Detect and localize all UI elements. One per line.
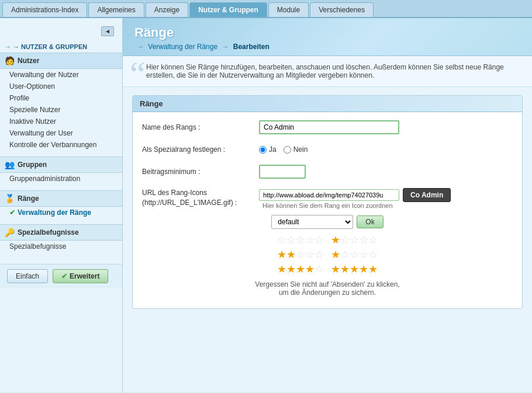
- star-3-1-1: ★: [277, 263, 286, 276]
- star-2-1-1: ★: [277, 248, 286, 261]
- sidebar-item-gruppenadministration[interactable]: Gruppenadministration: [0, 173, 122, 185]
- sidebar-collapse-btn[interactable]: ◄: [101, 26, 114, 36]
- star-1-2-5: ☆: [368, 234, 378, 246]
- beitrags-label: Beitragsminimum :: [142, 168, 259, 176]
- raenge-icon: 🏅: [5, 194, 15, 203]
- tab-module[interactable]: Module: [268, 2, 309, 17]
- gruppen-icon: 👥: [5, 160, 15, 169]
- stars-row-2: ★ ★ ☆ ☆ ☆ ★ ☆ ☆ ☆ ☆: [142, 248, 513, 261]
- sidebar-raenge-header: 🏅 Ränge: [0, 190, 122, 207]
- breadcrumb-step1[interactable]: Verwaltung der Ränge: [148, 43, 217, 51]
- stars-group-3-1: ★ ★ ★ ★ ☆: [277, 263, 324, 276]
- sidebar-item-spezielle-nutzer[interactable]: Spezielle Nutzer: [0, 104, 122, 116]
- spezialrang-label: Als Spezialrang festlegen :: [142, 145, 259, 154]
- sidebar-item-spezialbefugnisse[interactable]: Spezialbefugnisse: [0, 241, 122, 252]
- tab-anzeige[interactable]: Anzeige: [146, 2, 188, 17]
- star-1-2-3: ☆: [350, 234, 359, 246]
- url-input[interactable]: [259, 189, 399, 201]
- star-2-2-2: ☆: [340, 248, 350, 261]
- tab-nutzer-gruppen[interactable]: Nutzer & Gruppen: [189, 2, 267, 17]
- stars-row-1: ☆ ☆ ☆ ☆ ☆ ★ ☆ ☆ ☆ ☆: [142, 234, 513, 246]
- beitrags-input[interactable]: [259, 165, 306, 179]
- spezialrang-row: Als Spezialrang festlegen : Ja Nein: [142, 141, 513, 158]
- star-1-2-4: ☆: [359, 234, 368, 246]
- star-3-2-1: ★: [331, 263, 340, 276]
- star-2-2-5: ☆: [368, 248, 378, 261]
- star-2-1-5: ☆: [315, 248, 324, 261]
- radio-ja-label[interactable]: Ja: [259, 145, 277, 154]
- url-row: URL des Rang-Icons(http://URL_DE_L'IMAGE…: [142, 186, 513, 209]
- bottom-note-line1: Vergessen Sie nicht auf 'Absenden' zu kl…: [142, 280, 513, 288]
- star-1-1-2: ☆: [286, 234, 296, 246]
- sidebar-spezialbefugnisse-header: 🔑 Spezialbefugnisse: [0, 224, 122, 241]
- ok-button[interactable]: Ok: [357, 215, 383, 228]
- star-3-2-3: ★: [350, 263, 359, 276]
- star-3-2-4: ★: [359, 263, 368, 276]
- sidebar-gruppen-header: 👥 Gruppen: [0, 156, 122, 173]
- stars-group-1-2: ★ ☆ ☆ ☆ ☆: [331, 234, 378, 246]
- form-body: Name des Rangs : Als Spezialrang festleg…: [133, 112, 522, 308]
- erweitert-button[interactable]: ✔Erweitert: [53, 269, 108, 283]
- url-field: Co Admin Hier können Sie dem Rang ein Ic…: [259, 188, 513, 209]
- star-select[interactable]: default: [271, 215, 353, 229]
- star-3-1-3: ★: [296, 263, 305, 276]
- star-1-1-5: ☆: [315, 234, 324, 246]
- sidebar-section-nutzer: → → NUTZER & GRUPPEN 🧑 Nutzer Verwaltung…: [0, 41, 122, 151]
- top-navigation: Administrations-Index Allgemeines Anzeig…: [0, 0, 532, 18]
- star-3-1-2: ★: [286, 263, 296, 276]
- star-3-2-2: ★: [340, 263, 350, 276]
- radio-nein[interactable]: [284, 146, 291, 154]
- url-hint: Hier können Sie dem Rang ein Icon zuordn…: [262, 202, 513, 209]
- radio-ja[interactable]: [259, 146, 267, 154]
- beitrags-field: [259, 165, 513, 179]
- spezialbefugnisse-icon: 🔑: [5, 228, 15, 237]
- sidebar-section-raenge: 🏅 Ränge ✔Verwaltung der Ränge: [0, 190, 122, 218]
- erweitert-check-icon: ✔: [61, 272, 67, 280]
- form-section-title: Ränge: [133, 96, 522, 112]
- sidebar-section-gruppen: 👥 Gruppen Gruppenadministration: [0, 156, 122, 185]
- form-section: Ränge Name des Rangs : Als Spezialrang f…: [132, 95, 523, 309]
- sidebar-item-kontrolle-verbannungen[interactable]: Kontrolle der Verbannungen: [0, 139, 122, 151]
- bottom-note: Vergessen Sie nicht auf 'Absenden' zu kl…: [142, 280, 513, 297]
- stars-group-1-1: ☆ ☆ ☆ ☆ ☆: [277, 234, 324, 246]
- star-2-1-4: ☆: [305, 248, 315, 261]
- name-input[interactable]: [259, 120, 399, 134]
- sidebar-nutzer-arrow: → → NUTZER & GRUPPEN: [0, 41, 122, 53]
- select-ok-row: default Ok: [142, 215, 513, 229]
- content-area: Ränge → Verwaltung der Ränge → Bearbeite…: [123, 18, 532, 392]
- sidebar-item-verwaltung-raenge[interactable]: ✔Verwaltung der Ränge: [0, 207, 122, 218]
- sidebar-item-inaktive-nutzer[interactable]: Inaktive Nutzer: [0, 116, 122, 127]
- name-field: [259, 120, 513, 134]
- tab-allgemeines[interactable]: Allgemeines: [88, 2, 144, 17]
- star-2-1-2: ★: [286, 248, 296, 261]
- bottom-note-line2: um die Änderungen zu sichern.: [142, 288, 513, 297]
- breadcrumb-arrow2: →: [222, 43, 229, 51]
- name-row: Name des Rangs :: [142, 119, 513, 135]
- sidebar-item-verwaltung-nutzer[interactable]: Verwaltung der Nutzer: [0, 69, 122, 81]
- stars-group-2-1: ★ ★ ☆ ☆ ☆: [277, 248, 324, 261]
- url-input-row: Co Admin: [259, 188, 513, 202]
- page-header: Ränge → Verwaltung der Ränge → Bearbeite…: [123, 18, 532, 56]
- spezialrang-field: Ja Nein: [259, 145, 513, 154]
- url-preview-button[interactable]: Co Admin: [403, 188, 451, 202]
- sidebar-nutzer-section-header: 🧑 Nutzer: [0, 53, 122, 69]
- sidebar-item-profile[interactable]: Profile: [0, 92, 122, 104]
- mode-toolbar: Einfach ✔Erweitert: [0, 264, 122, 288]
- checkmark-icon: ✔: [9, 208, 15, 217]
- tab-administrations-index[interactable]: Administrations-Index: [2, 2, 87, 17]
- page-title: Ränge: [134, 25, 520, 40]
- radio-nein-label[interactable]: Nein: [284, 145, 308, 154]
- star-2-2-1: ★: [331, 248, 340, 261]
- star-3-1-5: ☆: [315, 263, 324, 276]
- sidebar-item-verwaltung-user[interactable]: Verwaltung der User: [0, 127, 122, 139]
- star-2-2-3: ☆: [350, 248, 359, 261]
- sidebar: ◄ → → NUTZER & GRUPPEN 🧑 Nutzer Verwaltu…: [0, 18, 123, 392]
- star-3-1-4: ★: [305, 263, 315, 276]
- star-1-1-3: ☆: [296, 234, 305, 246]
- tab-verschiedenes[interactable]: Verschiedenes: [310, 2, 374, 17]
- breadcrumb-arrow1: →: [137, 43, 144, 51]
- sidebar-nutzer-heading: → NUTZER & GRUPPEN: [13, 43, 87, 50]
- einfach-button[interactable]: Einfach: [7, 269, 48, 283]
- sidebar-item-user-optionen[interactable]: User-Optionen: [0, 81, 122, 92]
- star-1-1-4: ☆: [305, 234, 315, 246]
